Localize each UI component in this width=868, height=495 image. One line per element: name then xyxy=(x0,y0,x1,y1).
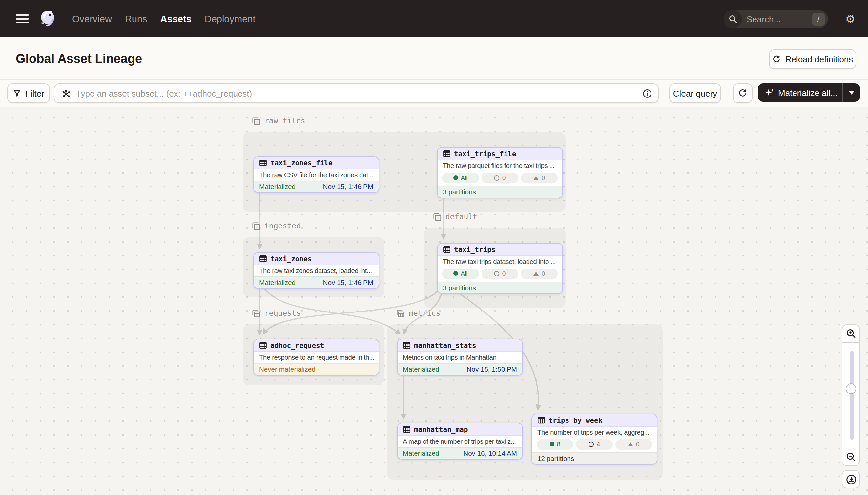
zoom-in-icon xyxy=(846,328,856,339)
partition-health-badges: 8 4 0 xyxy=(532,438,657,452)
partitions-success-badge: All xyxy=(442,268,479,279)
asset-node-trips_by_week[interactable]: trips_by_week The number of trips per we… xyxy=(531,414,657,465)
search-icon xyxy=(724,10,742,28)
failed-triangle-icon xyxy=(628,442,634,446)
sparkle-icon xyxy=(764,88,774,97)
nav-overview[interactable]: Overview xyxy=(72,14,112,24)
materialize-all-button[interactable]: Materialize all... xyxy=(758,88,843,98)
materialize-options-dropdown[interactable] xyxy=(843,91,860,94)
group-label-default[interactable]: default xyxy=(433,212,477,221)
zoom-slider-thumb[interactable] xyxy=(846,383,856,394)
info-icon[interactable] xyxy=(642,88,652,98)
filter-funnel-icon xyxy=(13,89,21,97)
nav-assets[interactable]: Assets xyxy=(160,14,192,24)
group-icon xyxy=(396,309,405,318)
asset-node-taxi_trips_file[interactable]: taxi_trips_file The raw parquet files fo… xyxy=(437,147,563,198)
failed-triangle-icon xyxy=(534,176,539,180)
missing-ring-icon xyxy=(589,442,594,447)
partitions-success-badge: All xyxy=(442,172,479,183)
partitions-failed-badge: 0 xyxy=(521,172,558,183)
asset-name: trips_by_week xyxy=(548,416,602,424)
asset-status-footer: Materialized Nov 16, 10:14 AM xyxy=(397,447,522,459)
dagster-logo[interactable] xyxy=(38,9,58,29)
asset-description: A map of the number of trips per taxi z.… xyxy=(397,436,522,447)
asset-node-adhoc_request[interactable]: adhoc_request The response to an request… xyxy=(253,339,379,376)
asset-node-taxi_zones_file[interactable]: taxi_zones_file The raw CSV file for the… xyxy=(253,156,379,193)
zoom-out-icon xyxy=(846,452,856,462)
hamburger-menu-icon[interactable] xyxy=(16,14,29,23)
nav-deployment[interactable]: Deployment xyxy=(205,14,255,24)
group-label-ingested[interactable]: ingested xyxy=(252,221,301,231)
asset-description: Metrics on taxi trips in Manhattan xyxy=(397,352,522,363)
partitions-missing-badge: 0 xyxy=(482,268,518,279)
asset-name: taxi_trips_file xyxy=(454,150,516,157)
asset-description: The raw taxi zones dataset, loaded int..… xyxy=(254,265,378,276)
partitions-footer: 3 partitions xyxy=(438,186,562,198)
asset-status-footer: Materialized Nov 15, 1:50 PM xyxy=(397,363,522,375)
asset-node-taxi_zones[interactable]: taxi_zones The raw taxi zones dataset, l… xyxy=(253,252,379,289)
lineage-canvas[interactable]: raw_files ingested default requests metr… xyxy=(0,107,868,495)
status-badge: Never materialized xyxy=(259,364,316,375)
reload-definitions-button[interactable]: Reload definitions xyxy=(769,49,856,69)
asset-description: The raw CSV file for the taxi zones dat.… xyxy=(254,169,378,181)
asset-name: manhattan_stats xyxy=(414,341,476,349)
zoom-out-button[interactable] xyxy=(842,448,860,466)
settings-gear-icon[interactable]: ⚙ xyxy=(844,13,857,25)
table-icon xyxy=(259,159,267,167)
asset-name: taxi_trips xyxy=(454,245,495,253)
group-label-requests[interactable]: requests xyxy=(252,309,301,318)
group-icon xyxy=(252,117,261,125)
clear-query-button[interactable]: Clear query xyxy=(669,83,721,103)
group-label-metrics[interactable]: metrics xyxy=(396,309,441,318)
global-search-input[interactable]: Search... / xyxy=(724,10,828,28)
asset-node-taxi_trips[interactable]: taxi_trips The raw taxi trips dataset, l… xyxy=(437,243,563,294)
zoom-slider[interactable] xyxy=(842,343,860,448)
table-icon xyxy=(259,255,267,262)
materialize-all-split-button: Materialize all... xyxy=(758,83,860,102)
group-icon xyxy=(252,309,261,318)
partition-health-badges: All 0 0 xyxy=(438,171,562,186)
materialization-timestamp: Nov 15, 1:50 PM xyxy=(467,364,517,375)
primary-nav: Overview Runs Assets Deployment xyxy=(72,14,255,24)
asset-graph-icon xyxy=(61,88,71,98)
filter-button[interactable]: Filter xyxy=(7,83,50,103)
page-header: Global Asset Lineage Reload definitions xyxy=(0,37,868,80)
refresh-graph-button[interactable] xyxy=(733,83,752,103)
table-icon xyxy=(259,341,267,349)
search-placeholder: Search... xyxy=(747,14,812,24)
asset-description: The response to an request made in th... xyxy=(254,352,378,363)
group-icon xyxy=(252,222,261,230)
partitions-footer: 12 partitions xyxy=(532,452,657,464)
table-icon xyxy=(537,416,545,424)
success-dot-icon xyxy=(550,442,554,446)
app-window: Overview Runs Assets Deployment Search..… xyxy=(0,0,868,495)
status-badge: Materialized xyxy=(403,364,439,375)
partitions-failed-badge: 0 xyxy=(615,439,652,449)
asset-subset-query-input[interactable]: Type an asset subset... (ex: ++adhoc_req… xyxy=(54,83,659,103)
partitions-footer: 3 partitions xyxy=(438,281,562,293)
asset-status-footer: Materialized Nov 15, 1:46 PM xyxy=(254,181,378,192)
zoom-in-button[interactable] xyxy=(842,324,860,343)
asset-node-manhattan_stats[interactable]: manhattan_stats Metrics on taxi trips in… xyxy=(397,339,523,376)
asset-node-manhattan_map[interactable]: manhattan_map A map of the number of tri… xyxy=(397,423,523,460)
refresh-icon xyxy=(772,55,781,63)
success-dot-icon xyxy=(453,175,458,180)
lineage-toolbar: Filter Type an asset subset... (ex: ++ad… xyxy=(0,80,868,108)
status-badge: Materialized xyxy=(259,277,296,288)
partition-health-badges: All 0 0 xyxy=(438,267,562,281)
table-icon xyxy=(403,425,411,433)
group-label-raw_files[interactable]: raw_files xyxy=(252,116,305,125)
asset-status-footer: Never materialized xyxy=(254,363,378,375)
materialization-timestamp: Nov 15, 1:46 PM xyxy=(323,277,373,288)
status-badge: Materialized xyxy=(403,448,439,459)
missing-ring-icon xyxy=(494,175,500,180)
partitions-missing-badge: 0 xyxy=(482,172,518,183)
asset-name: adhoc_request xyxy=(270,341,324,349)
download-image-button[interactable] xyxy=(842,470,860,489)
asset-description: The raw taxi trips dataset, loaded into … xyxy=(438,256,562,267)
missing-ring-icon xyxy=(494,271,500,276)
nav-runs[interactable]: Runs xyxy=(125,14,147,24)
page-title: Global Asset Lineage xyxy=(16,52,142,66)
asset-status-footer: Materialized Nov 15, 1:46 PM xyxy=(254,276,378,288)
materialization-timestamp: Nov 16, 10:14 AM xyxy=(463,448,517,459)
